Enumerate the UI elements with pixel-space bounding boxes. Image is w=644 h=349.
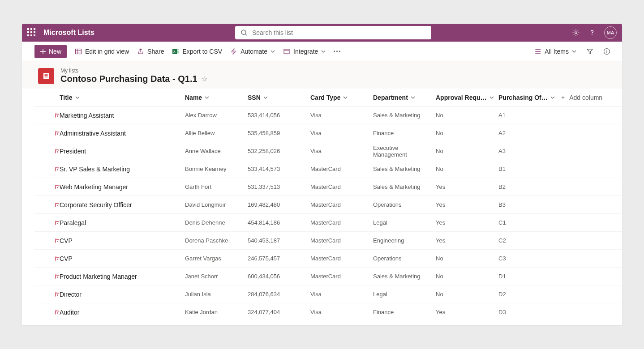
table-row[interactable]: Marketing Assistant Alex Darrow 533,414,… [34, 106, 622, 124]
cell-ssn: 284,076,634 [248, 291, 310, 298]
suite-header: Microsoft Lists MA [22, 24, 622, 42]
add-column-button[interactable]: +Add column [561, 94, 622, 101]
cell-title[interactable]: Paralegal [60, 219, 185, 226]
cell-name: Dorena Paschke [185, 237, 248, 244]
cell-card: MasterCard [310, 237, 373, 244]
cell-dept: Executive Management [373, 145, 436, 158]
cell-approval: No [436, 291, 498, 298]
grid-icon [75, 48, 82, 55]
cell-card: MasterCard [310, 273, 373, 280]
share-icon [137, 48, 144, 55]
table-row[interactable]: Sr. VP Sales & Marketing Bonnie Kearney … [34, 160, 622, 178]
table-row[interactable]: CVP Garret Vargas 246,575,457 MasterCard… [34, 250, 622, 268]
svg-point-19 [535, 51, 536, 52]
table-row[interactable]: Product Marketing Manager Janet Schorr 6… [34, 268, 622, 285]
favorite-star-icon[interactable]: ☆ [201, 75, 207, 83]
view-selector[interactable]: All Items [534, 45, 576, 58]
cell-title[interactable]: Product Marketing Manager [60, 273, 185, 280]
cell-title[interactable]: Auditor [60, 309, 185, 316]
cell-title[interactable]: President [60, 148, 185, 155]
svg-rect-13 [284, 49, 289, 54]
cell-po: A2 [498, 130, 561, 136]
cell-title[interactable]: CVP [60, 255, 185, 262]
cell-po: C2 [498, 237, 561, 244]
cell-title[interactable]: Marketing Assistant [60, 112, 185, 119]
col-ssn[interactable]: SSN [248, 94, 310, 101]
cell-title[interactable]: Director [60, 291, 185, 298]
integrate-button[interactable]: Integrate [283, 45, 326, 58]
cell-approval: No [436, 130, 498, 136]
cell-title[interactable]: Sr. VP Sales & Marketing [60, 166, 185, 173]
cell-name: Denis Dehenne [185, 219, 248, 226]
cell-dept: Sales & Marketing [373, 166, 436, 172]
cell-name: Garth Fort [185, 183, 248, 190]
col-department[interactable]: Department [373, 94, 436, 101]
table-row[interactable]: CVP Dorena Paschke 540,453,187 MasterCar… [34, 232, 622, 250]
cell-approval: No [436, 112, 498, 119]
col-card-type[interactable]: Card Type [310, 94, 373, 101]
table-row[interactable]: Auditor Katie Jordan 324,077,404 Visa Fi… [34, 303, 622, 321]
svg-point-2 [575, 32, 577, 34]
settings-icon[interactable] [572, 29, 580, 37]
col-title[interactable]: Title [60, 94, 185, 101]
search-box[interactable] [235, 26, 431, 39]
integrate-icon [283, 48, 290, 55]
table-body: Marketing Assistant Alex Darrow 533,414,… [34, 106, 622, 325]
chevron-down-icon [411, 95, 415, 100]
share-button[interactable]: Share [137, 45, 164, 58]
more-commands-button[interactable] [334, 51, 341, 52]
cell-ssn: 600,434,056 [248, 273, 310, 280]
integrate-label: Integrate [293, 48, 318, 55]
command-bar: New Edit in grid view Share X Export to … [22, 42, 622, 61]
new-label: New [49, 48, 61, 55]
cell-name: Garret Vargas [185, 255, 248, 262]
col-name[interactable]: Name [185, 94, 248, 101]
cell-name: Katie Jordan [185, 309, 248, 315]
data-table: Title Name SSN Card Type Department Appr… [34, 89, 622, 325]
svg-rect-11 [177, 51, 179, 52]
chevron-down-icon [270, 49, 275, 54]
table-row[interactable]: Corporate Security Officer David Longmui… [34, 196, 622, 214]
col-approval[interactable]: Approval Requ… [436, 94, 498, 101]
cell-title[interactable]: Administrative Assistant [60, 130, 185, 137]
view-name-label: All Items [545, 48, 569, 55]
cell-dept: Finance [373, 130, 436, 136]
new-button[interactable]: New [34, 45, 67, 58]
info-button[interactable] [603, 45, 610, 58]
cell-ssn: 324,077,404 [248, 309, 310, 315]
share-label: Share [147, 48, 164, 55]
search-input[interactable] [252, 29, 426, 36]
svg-rect-4 [76, 49, 82, 54]
cell-title[interactable]: Web Marketing Manager [60, 183, 185, 191]
table-row[interactable]: Director Julian Isla 284,076,634 Visa Le… [34, 285, 622, 303]
table-row[interactable]: Web Marketing Manager Garth Fort 531,337… [34, 178, 622, 196]
cell-dept: Engineering [373, 237, 436, 244]
chevron-down-icon [75, 95, 80, 100]
cell-dept: Finance [373, 309, 436, 315]
cell-approval: Yes [436, 201, 498, 208]
cell-card: MasterCard [310, 183, 373, 190]
plus-icon [40, 48, 46, 55]
svg-point-18 [535, 49, 536, 50]
cell-card: Visa [310, 148, 373, 154]
export-button[interactable]: X Export to CSV [172, 45, 222, 58]
avatar[interactable]: MA [604, 26, 617, 39]
col-purchasing[interactable]: Purchasing Of… [498, 94, 561, 101]
edit-grid-button[interactable]: Edit in grid view [75, 45, 129, 58]
cell-title[interactable]: CVP [60, 237, 185, 244]
svg-rect-12 [177, 52, 179, 54]
help-icon[interactable] [588, 29, 596, 37]
cell-name: Janet Schorr [185, 273, 248, 280]
filter-button[interactable] [586, 45, 593, 58]
automate-button[interactable]: Automate [230, 45, 275, 58]
table-row[interactable]: President Anne Wallace 532,258,026 Visa … [34, 142, 622, 160]
cell-card: Visa [310, 291, 373, 298]
cell-ssn: 533,414,573 [248, 166, 310, 172]
cell-name: Anne Wallace [185, 148, 248, 154]
app-launcher-icon[interactable] [27, 28, 36, 37]
table-row[interactable]: Paralegal Denis Dehenne 454,814,186 Mast… [34, 214, 622, 232]
cell-dept: Operations [373, 201, 436, 208]
breadcrumb[interactable]: My lists [60, 68, 207, 74]
table-row[interactable]: Administrative Assistant Allie Bellew 53… [34, 124, 622, 142]
cell-title[interactable]: Corporate Security Officer [60, 201, 185, 209]
